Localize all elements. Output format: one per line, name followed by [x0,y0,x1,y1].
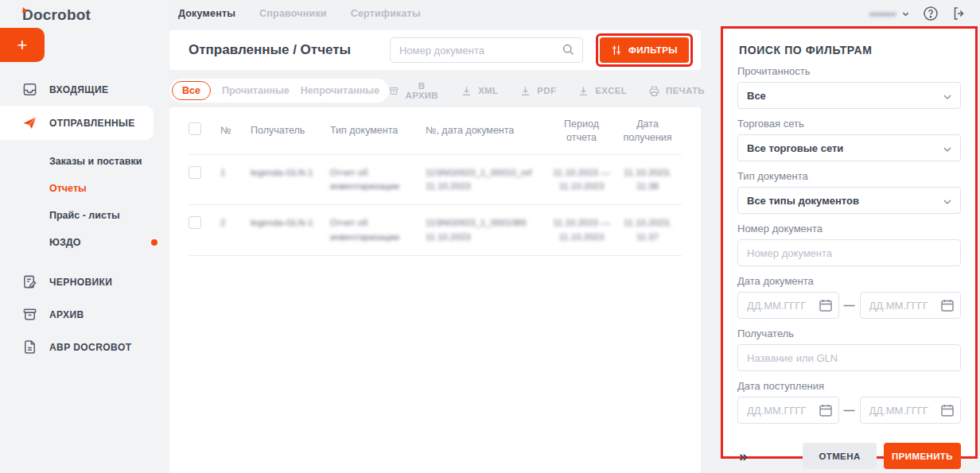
trade-network-label: Торговая сеть [737,118,961,130]
document-number-search-input[interactable] [390,37,583,63]
chevron-down-icon [943,92,952,102]
chevron-down-icon [943,197,952,207]
row-checkbox[interactable] [189,216,201,229]
sidebar-item-inbox[interactable]: ВХОДЯЩИЕ [0,73,169,106]
recipient-cell: legenda-GLN-1 [251,218,313,227]
page-header: Отправленные / Отчеты ФИЛЬТРЫ [169,30,701,70]
calendar-icon[interactable] [819,298,833,312]
receive-date-range: — [737,397,961,424]
table-row[interactable]: 1 legenda-GLN-1 Отчет об инвентаризации … [189,154,682,205]
column-doc-number-date: №, дата документа [426,107,550,154]
report-period-cell: 11.10.2023 — 11.10.2023 [553,168,609,191]
table-header-row: № Получатель Тип документа №, дата докум… [189,107,682,154]
download-pdf-button[interactable]: PDF [519,85,556,97]
annotation-filters-highlight: ФИЛЬТРЫ [596,33,693,67]
sliders-icon [611,45,622,56]
doc-type-cell: Отчет об инвентаризации [330,168,399,191]
calendar-icon[interactable] [940,403,955,417]
logo-text: Docrobot [22,6,91,23]
range-dash: — [839,404,860,417]
chip-all[interactable]: Все [172,81,211,100]
sidebar-subitem-pricelists[interactable]: Прайс - листы [0,202,169,229]
row-checkbox[interactable] [189,166,201,179]
chip-unread[interactable]: Непрочитанные [301,85,379,96]
search-box [390,37,583,63]
search-icon [562,43,575,56]
docrobot-logo: Docrobot [22,6,91,24]
calendar-icon[interactable] [819,403,833,417]
account-dropdown[interactable]: ▰▰▰▰▰ [869,10,910,18]
archive-box-icon [389,85,399,97]
doc-date-range: — [737,292,961,319]
filters-button[interactable]: ФИЛЬТРЫ [600,37,689,63]
row-number: 2 [220,218,225,227]
logout-button[interactable] [951,6,967,21]
sidebar-item-sent[interactable]: ОТПРАВЛЕННЫЕ [0,106,154,140]
doc-date-label: Дата документа [737,275,961,287]
doc-number-label: Номер документа [737,223,961,235]
page-title: Отправленные / Отчеты [189,42,351,58]
chip-read[interactable]: Прочитанные [222,85,290,96]
report-period-cell: 11.10.2023 — 11.10.2023 [553,218,609,241]
sidebar-subitem-reports[interactable]: Отчеты [0,175,169,202]
recipient-cell: legenda-GLN-1 [251,168,313,177]
top-navigation: Документы Справочники Сертификаты [178,8,421,19]
readness-select[interactable]: Все [737,82,961,109]
chevron-down-icon [901,10,910,18]
table-row[interactable]: 2 legenda-GLN-1 Отчет об инвентаризации … [189,205,682,256]
range-dash: — [839,299,860,312]
tab-certificates[interactable]: Сертификаты [351,8,421,19]
collapse-panel-button[interactable]: » [737,448,749,465]
filter-panel: ПОИСК ПО ФИЛЬТРАМ Прочитанность Все Торг… [721,26,978,459]
trade-network-select[interactable]: Все торговые сети [737,134,961,161]
documents-table-card: № Получатель Тип документа №, дата докум… [169,107,701,473]
sidebar-item-label: ОТПРАВЛЕННЫЕ [49,118,135,129]
download-xml-button[interactable]: XML [461,85,498,97]
printer-icon [648,85,660,97]
question-circle-icon [923,6,939,21]
select-all-checkbox[interactable] [189,122,201,135]
column-number: № [220,107,251,154]
apply-button[interactable]: ПРИМЕНИТЬ [884,443,961,469]
calendar-icon[interactable] [940,298,955,312]
sidebar-item-archive[interactable]: АРХИВ [0,298,169,331]
sidebar-menu: ВХОДЯЩИЕ ОТПРАВЛЕННЫЕ Заказы и поставки … [0,73,169,363]
sent-submenu: Заказы и поставки Отчеты Прайс - листы Ю… [0,148,169,256]
logout-icon [951,6,967,21]
recipient-input[interactable] [737,344,961,371]
toolbar-row: Все Прочитанные Непрочитанные В АРХИВ XM… [169,79,701,103]
to-archive-button[interactable]: В АРХИВ [389,81,439,100]
sidebar-subitem-uzdo[interactable]: ЮЗДО [0,229,169,256]
sidebar-item-label: АРХИВ [49,309,84,320]
document-icon [22,339,37,355]
column-report-period: Период отчета [550,107,613,154]
column-doc-type: Тип документа [330,107,426,154]
archive-box-icon [22,307,37,322]
received-date-cell: 11.10.2023, 11:37 [624,218,671,241]
cancel-button[interactable]: ОТМЕНА [803,443,877,469]
receive-date-label: Дата поступления [737,380,961,392]
document-actions: В АРХИВ XML PDF EXCEL ПЕЧАТЬ [389,81,713,100]
doc-type-cell: Отчет об инвентаризации [330,218,399,241]
print-button[interactable]: ПЕЧАТЬ [648,85,705,97]
sidebar-subitem-orders[interactable]: Заказы и поставки [0,148,169,175]
sidebar-item-drafts[interactable]: ЧЕРНОВИКИ [0,266,169,298]
download-excel-button[interactable]: EXCEL [578,85,627,97]
column-received-date: Дата получения [613,107,682,154]
help-button[interactable] [923,6,939,21]
tab-directories[interactable]: Справочники [259,8,327,19]
sidebar-item-avr-docrobot[interactable]: АВР DOCROBOT [0,331,169,363]
filter-panel-footer: » ОТМЕНА ПРИМЕНИТЬ [737,443,961,469]
received-date-cell: 11.10.2023, 11:38 [624,168,671,191]
account-name-masked: ▰▰▰▰▰ [869,10,896,18]
download-icon [519,85,531,97]
notification-dot [151,239,158,246]
sidebar-item-label: ВХОДЯЩИЕ [49,84,108,95]
filter-panel-title: ПОИСК ПО ФИЛЬТРАМ [739,44,961,56]
paper-plane-icon [22,115,37,130]
doc-number-input[interactable] [737,239,961,266]
doc-number-cell: 11SNG0923_1_0001089 11.10.2023 [426,218,526,241]
doc-type-select[interactable]: Все типы документов [737,187,961,214]
tab-documents[interactable]: Документы [178,8,235,19]
create-document-button[interactable]: + [0,28,45,62]
